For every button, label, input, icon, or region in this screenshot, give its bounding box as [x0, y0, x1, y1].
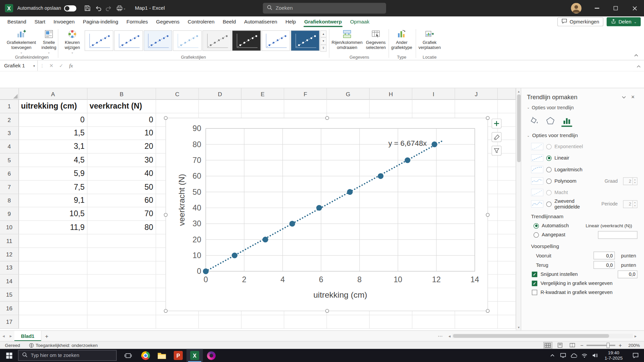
scatter-chart[interactable]: 024681012140102030405060708090uitrekking… [166, 118, 488, 312]
chart-resize-handle[interactable] [164, 309, 168, 313]
tab-help[interactable]: Help [281, 16, 300, 27]
cell-D1[interactable] [199, 100, 241, 113]
cell-E17[interactable] [241, 315, 284, 328]
automatic-label[interactable]: Automatisch [542, 223, 569, 229]
maximize-button[interactable] [606, 0, 625, 16]
spinner-up-icon[interactable]: ▴ [633, 178, 637, 181]
tab-invoegen[interactable]: Invoegen [49, 16, 78, 27]
page-break-view-icon[interactable] [568, 342, 577, 349]
cell-x11[interactable] [498, 234, 516, 248]
cell-B14[interactable] [88, 275, 156, 288]
cell-B5[interactable]: 30 [88, 154, 156, 167]
zoom-slider-thumb[interactable] [607, 343, 610, 348]
chart-style-2[interactable] [114, 31, 143, 51]
cell-x8[interactable] [498, 194, 516, 207]
macht-label[interactable]: Macht [554, 190, 568, 195]
chart-style-5[interactable] [203, 31, 231, 51]
cell-B10[interactable]: 80 [88, 221, 156, 234]
cell-B7[interactable]: 50 [88, 181, 156, 194]
cell-B16[interactable] [88, 302, 156, 315]
cell-x15[interactable] [498, 288, 516, 302]
cell-A6[interactable]: 5,9 [19, 167, 87, 180]
custom-name-input[interactable] [598, 231, 638, 239]
chrome-taskbar-icon[interactable] [137, 349, 154, 362]
tab-opmaak[interactable]: Opmaak [346, 16, 373, 27]
collapse-ribbon-icon[interactable] [633, 53, 640, 58]
col-header-partial[interactable] [498, 88, 516, 100]
tab-bestand[interactable]: Bestand [3, 16, 31, 27]
cell-B1[interactable]: veerkracht (N) [88, 100, 156, 113]
file-explorer-taskbar-icon[interactable] [154, 349, 170, 362]
chart-resize-handle[interactable] [325, 309, 329, 313]
row-header-4[interactable]: 4 [0, 140, 19, 154]
page-layout-view-icon[interactable] [556, 342, 565, 349]
cell-H1[interactable] [370, 100, 412, 113]
redo-icon[interactable] [103, 3, 114, 14]
macht-radio[interactable] [546, 190, 552, 195]
custom-label[interactable]: Aangepast [542, 232, 565, 238]
undo-icon[interactable] [93, 3, 103, 14]
cell-C17[interactable] [156, 315, 199, 328]
forward-input[interactable] [593, 252, 615, 259]
trendline-options-tab[interactable] [560, 115, 574, 127]
tab-start[interactable]: Start [30, 16, 49, 27]
zoom-out-button[interactable]: − [580, 342, 583, 348]
exponentieel-radio[interactable] [546, 144, 552, 149]
display-equation-label[interactable]: Vergelijking in grafiek weergeven [540, 280, 612, 286]
chart-style-7[interactable] [261, 31, 290, 51]
x-axis-title[interactable]: uitrekking (cm) [313, 290, 367, 299]
col-header-A[interactable]: A [19, 88, 87, 100]
row-header-16[interactable]: 16 [0, 302, 19, 315]
polynoom-label[interactable]: Polynoom [554, 178, 576, 184]
add-chart-element-button[interactable]: Grafiekelement toevoegen⌄ [6, 28, 37, 55]
cell-A5[interactable]: 4,5 [19, 154, 87, 167]
normal-view-icon[interactable] [543, 342, 552, 349]
cell-A1[interactable]: uitrekking (cm) [19, 100, 87, 113]
periode-spinner[interactable]: 2 ▴▾ [623, 200, 638, 208]
cell-G17[interactable] [327, 315, 370, 328]
cell-J1[interactable] [455, 100, 498, 113]
cell-I17[interactable] [412, 315, 455, 328]
col-header-I[interactable]: I [412, 88, 455, 100]
row-header-9[interactable]: 9 [0, 207, 19, 221]
cell-A9[interactable]: 10,5 [19, 207, 87, 221]
display-tray-icon[interactable] [558, 350, 568, 361]
y-axis-tick-labels[interactable]: 0102030405060708090 [193, 124, 201, 276]
col-header-B[interactable]: B [88, 88, 156, 100]
cell-x9[interactable] [498, 207, 516, 221]
user-avatar[interactable] [571, 3, 582, 14]
insert-function-icon[interactable]: fx [66, 63, 76, 69]
search-box[interactable] [263, 3, 386, 14]
cell-F1[interactable] [284, 100, 327, 113]
zoom-slider[interactable] [587, 345, 615, 346]
spinner-down-icon[interactable]: ▾ [633, 181, 637, 184]
scroll-down-icon[interactable]: ▼ [517, 324, 520, 330]
sheet-nav-right-icon[interactable]: ▸ [7, 333, 14, 339]
save-icon[interactable] [82, 3, 93, 14]
cell-x13[interactable] [498, 261, 516, 275]
horizontal-scroll-thumb[interactable] [453, 334, 609, 338]
cell-B11[interactable] [88, 234, 156, 248]
cell-H17[interactable] [370, 315, 412, 328]
row-header-17[interactable]: 17 [0, 315, 19, 328]
vertical-scrollbar[interactable]: ▲ ▼ [516, 88, 521, 330]
cell-A11[interactable] [19, 234, 87, 248]
col-header-H[interactable]: H [370, 88, 412, 100]
horizontal-scrollbar[interactable]: ◂ ▸ [447, 334, 638, 338]
row-header-11[interactable]: 11 [0, 234, 19, 248]
change-chart-type-button[interactable]: Ander grafiektype [390, 28, 413, 55]
tab-grafiekontwerp[interactable]: Grafiekontwerp [300, 16, 346, 27]
scroll-left-icon[interactable]: ◂ [447, 334, 452, 338]
zoom-level[interactable]: 200% [625, 343, 640, 348]
cell-A16[interactable] [19, 302, 87, 315]
zwevend-gemiddelde-label[interactable]: Zwevend gemiddelde [554, 198, 598, 209]
tab-gegevens[interactable]: Gegevens [152, 16, 183, 27]
cell-x12[interactable] [498, 248, 516, 261]
cell-x5[interactable] [498, 154, 516, 167]
tab-beeld[interactable]: Beeld [219, 16, 240, 27]
chart-resize-handle[interactable] [164, 213, 168, 217]
minimize-button[interactable] [587, 0, 606, 16]
collapse-formula-bar-icon[interactable] [633, 62, 644, 69]
spinner-down-icon[interactable]: ▾ [633, 204, 637, 207]
zoom-in-button[interactable]: + [619, 342, 622, 348]
